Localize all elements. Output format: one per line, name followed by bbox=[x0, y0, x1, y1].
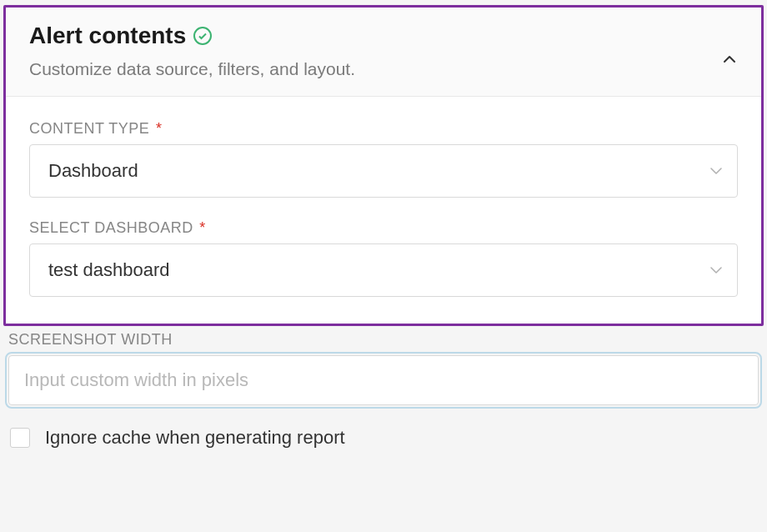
svg-point-0 bbox=[194, 28, 211, 44]
chevron-down-icon bbox=[710, 266, 722, 274]
ignore-cache-checkbox[interactable] bbox=[10, 428, 30, 448]
collapse-toggle[interactable] bbox=[721, 51, 738, 68]
content-type-select[interactable]: Dashboard bbox=[29, 144, 738, 198]
select-dashboard-select[interactable]: test dashboard bbox=[29, 243, 738, 297]
header-title-row: Alert contents bbox=[29, 23, 355, 49]
below-panel: SCREENSHOT WIDTH Ignore cache when gener… bbox=[0, 326, 767, 449]
select-dashboard-value: test dashboard bbox=[48, 259, 170, 281]
chevron-down-icon bbox=[710, 167, 722, 175]
panel-body: CONTENT TYPE * Dashboard SELECT DASHBOAR… bbox=[6, 97, 761, 324]
panel-title: Alert contents bbox=[29, 23, 186, 49]
header-text: Alert contents Customize data source, fi… bbox=[29, 23, 355, 79]
panel-subtitle: Customize data source, filters, and layo… bbox=[29, 59, 355, 79]
screenshot-width-label: SCREENSHOT WIDTH bbox=[8, 331, 759, 349]
content-type-label: CONTENT TYPE * bbox=[29, 120, 738, 138]
content-type-group: CONTENT TYPE * Dashboard bbox=[29, 120, 738, 198]
select-dashboard-label: SELECT DASHBOARD * bbox=[29, 219, 738, 237]
select-dashboard-group: SELECT DASHBOARD * test dashboard bbox=[29, 219, 738, 297]
panel-header[interactable]: Alert contents Customize data source, fi… bbox=[6, 8, 761, 97]
select-dashboard-label-text: SELECT DASHBOARD bbox=[29, 219, 193, 236]
ignore-cache-row: Ignore cache when generating report bbox=[8, 427, 759, 449]
screenshot-width-input[interactable] bbox=[8, 355, 759, 405]
check-circle-icon bbox=[193, 26, 213, 46]
ignore-cache-label[interactable]: Ignore cache when generating report bbox=[45, 427, 345, 449]
required-indicator: * bbox=[156, 120, 163, 137]
content-type-label-text: CONTENT TYPE bbox=[29, 120, 149, 137]
required-indicator: * bbox=[199, 219, 206, 236]
alert-contents-panel: Alert contents Customize data source, fi… bbox=[3, 5, 764, 326]
content-type-value: Dashboard bbox=[48, 160, 138, 182]
